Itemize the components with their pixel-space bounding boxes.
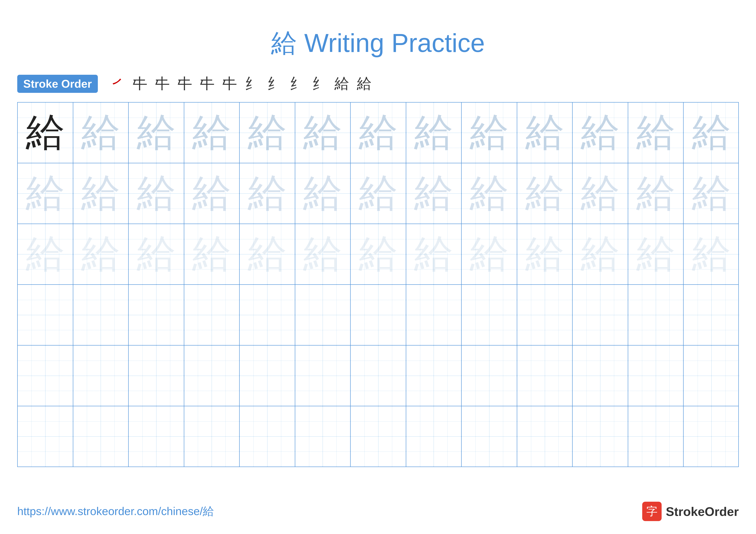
cell-r3c12[interactable]: 給 <box>628 224 684 284</box>
cell-r1c2[interactable]: 給 <box>73 103 129 163</box>
char-guide: 給 <box>81 113 120 152</box>
char-guide: 給 <box>526 113 564 152</box>
cell-r3c5[interactable]: 給 <box>240 224 295 284</box>
cell-r6c6[interactable] <box>295 406 351 467</box>
stroke-step-12: 給 <box>357 74 371 93</box>
cell-r5c4[interactable] <box>184 345 240 406</box>
char-guide: 給 <box>526 235 564 273</box>
cell-r5c11[interactable] <box>573 345 628 406</box>
cell-r1c5[interactable]: 給 <box>240 103 295 163</box>
char-guide: 給 <box>414 174 453 213</box>
cell-r1c8[interactable]: 給 <box>406 103 462 163</box>
cell-r6c3[interactable] <box>129 406 184 467</box>
cell-r4c5[interactable] <box>240 285 295 345</box>
cell-r6c1[interactable] <box>18 406 73 467</box>
cell-r1c4[interactable]: 給 <box>184 103 240 163</box>
cell-r2c3[interactable]: 給 <box>129 163 184 224</box>
stroke-step-10: 纟 <box>312 74 327 93</box>
cell-r6c9[interactable] <box>462 406 517 467</box>
cell-r5c7[interactable] <box>351 345 406 406</box>
char-guide: 給 <box>692 113 731 152</box>
char-guide: 給 <box>359 235 398 273</box>
cell-r2c2[interactable]: 給 <box>73 163 129 224</box>
cell-r4c6[interactable] <box>295 285 351 345</box>
cell-r5c2[interactable] <box>73 345 129 406</box>
char-guide: 給 <box>692 235 731 273</box>
cell-r4c12[interactable] <box>628 285 684 345</box>
stroke-step-7: 纟 <box>245 74 259 93</box>
cell-r1c11[interactable]: 給 <box>573 103 628 163</box>
cell-r4c10[interactable] <box>517 285 573 345</box>
cell-r5c10[interactable] <box>517 345 573 406</box>
cell-r3c8[interactable]: 給 <box>406 224 462 284</box>
cell-r2c10[interactable]: 給 <box>517 163 573 224</box>
cell-r3c10[interactable]: 給 <box>517 224 573 284</box>
cell-r4c4[interactable] <box>184 285 240 345</box>
char-guide: 給 <box>470 174 509 213</box>
footer-brand: 字 StrokeOrder <box>642 502 739 521</box>
cell-r6c7[interactable] <box>351 406 406 467</box>
cell-r4c2[interactable] <box>73 285 129 345</box>
cell-r1c10[interactable]: 給 <box>517 103 573 163</box>
char-guide: 給 <box>137 235 176 273</box>
cell-r4c9[interactable] <box>462 285 517 345</box>
cell-r6c4[interactable] <box>184 406 240 467</box>
cell-r6c11[interactable] <box>573 406 628 467</box>
cell-r1c3[interactable]: 給 <box>129 103 184 163</box>
cell-r6c2[interactable] <box>73 406 129 467</box>
cell-r6c13[interactable] <box>684 406 739 467</box>
cell-r3c7[interactable]: 給 <box>351 224 406 284</box>
cell-r3c9[interactable]: 給 <box>462 224 517 284</box>
cell-r5c6[interactable] <box>295 345 351 406</box>
page-title: 給 Writing Practice <box>271 28 485 57</box>
cell-r3c1[interactable]: 給 <box>18 224 73 284</box>
cell-r6c5[interactable] <box>240 406 295 467</box>
cell-r2c8[interactable]: 給 <box>406 163 462 224</box>
char-dark: 給 <box>26 113 65 152</box>
cell-r2c11[interactable]: 給 <box>573 163 628 224</box>
cell-r5c1[interactable] <box>18 345 73 406</box>
cell-r6c10[interactable] <box>517 406 573 467</box>
cell-r6c8[interactable] <box>406 406 462 467</box>
char-guide: 給 <box>581 174 620 213</box>
cell-r2c13[interactable]: 給 <box>684 163 739 224</box>
cell-r1c13[interactable]: 給 <box>684 103 739 163</box>
cell-r5c5[interactable] <box>240 345 295 406</box>
cell-r3c13[interactable]: 給 <box>684 224 739 284</box>
cell-r4c3[interactable] <box>129 285 184 345</box>
char-guide: 給 <box>470 235 509 273</box>
cell-r2c9[interactable]: 給 <box>462 163 517 224</box>
cell-r2c12[interactable]: 給 <box>628 163 684 224</box>
cell-r2c4[interactable]: 給 <box>184 163 240 224</box>
cell-r4c7[interactable] <box>351 285 406 345</box>
cell-r5c13[interactable] <box>684 345 739 406</box>
grid-row-5 <box>18 345 738 406</box>
cell-r3c11[interactable]: 給 <box>573 224 628 284</box>
cell-r2c7[interactable]: 給 <box>351 163 406 224</box>
cell-r6c12[interactable] <box>628 406 684 467</box>
stroke-step-4: 㐄 <box>177 74 192 93</box>
cell-r3c4[interactable]: 給 <box>184 224 240 284</box>
char-guide: 給 <box>636 235 675 273</box>
cell-r3c2[interactable]: 給 <box>73 224 129 284</box>
cell-r3c3[interactable]: 給 <box>129 224 184 284</box>
cell-r1c12[interactable]: 給 <box>628 103 684 163</box>
cell-r1c7[interactable]: 給 <box>351 103 406 163</box>
cell-r4c11[interactable] <box>573 285 628 345</box>
cell-r1c6[interactable]: 給 <box>295 103 351 163</box>
cell-r4c8[interactable] <box>406 285 462 345</box>
cell-r5c3[interactable] <box>129 345 184 406</box>
cell-r2c1[interactable]: 給 <box>18 163 73 224</box>
cell-r5c8[interactable] <box>406 345 462 406</box>
cell-r5c9[interactable] <box>462 345 517 406</box>
char-guide: 給 <box>26 235 65 273</box>
cell-r4c13[interactable] <box>684 285 739 345</box>
char-guide: 給 <box>526 174 564 213</box>
cell-r2c5[interactable]: 給 <box>240 163 295 224</box>
cell-r1c9[interactable]: 給 <box>462 103 517 163</box>
cell-r3c6[interactable]: 給 <box>295 224 351 284</box>
cell-r4c1[interactable] <box>18 285 73 345</box>
cell-r5c12[interactable] <box>628 345 684 406</box>
cell-r1c1[interactable]: 給 <box>18 103 73 163</box>
cell-r2c6[interactable]: 給 <box>295 163 351 224</box>
